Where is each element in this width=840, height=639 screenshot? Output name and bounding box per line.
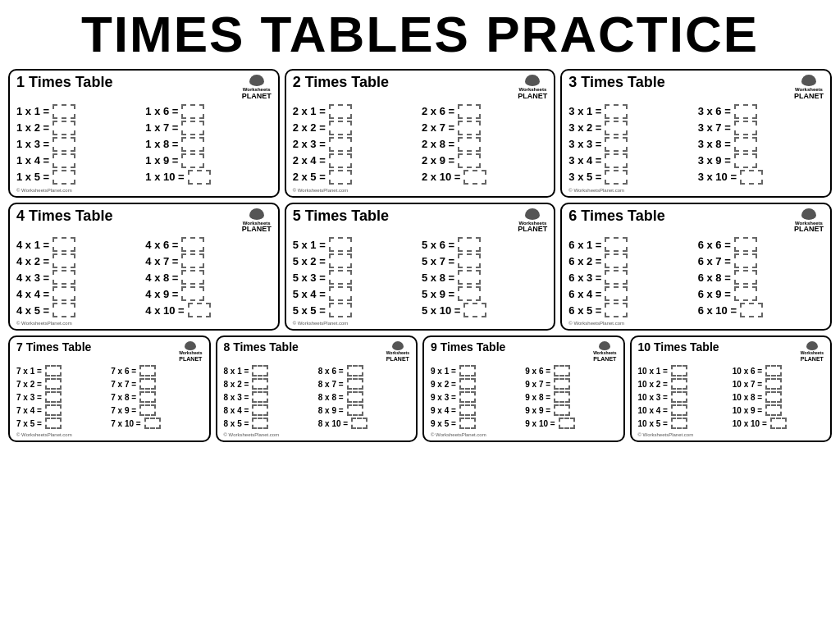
answer-box[interactable] [329, 153, 352, 168]
answer-box[interactable] [181, 286, 204, 301]
answer-box[interactable] [605, 104, 628, 119]
answer-box[interactable] [458, 237, 481, 252]
answer-box[interactable] [52, 153, 75, 168]
answer-box[interactable] [45, 404, 62, 416]
answer-box[interactable] [252, 418, 268, 429]
answer-box[interactable] [765, 378, 782, 390]
answer-box[interactable] [188, 303, 211, 317]
answer-box[interactable] [559, 418, 575, 429]
answer-box[interactable] [347, 404, 363, 416]
answer-box[interactable] [52, 170, 75, 185]
answer-box[interactable] [181, 121, 204, 135]
answer-box[interactable] [459, 404, 476, 416]
answer-box[interactable] [605, 303, 628, 317]
answer-box[interactable] [458, 137, 481, 152]
answer-box[interactable] [188, 170, 211, 185]
answer-box[interactable] [52, 121, 75, 135]
answer-box[interactable] [329, 170, 352, 185]
answer-box[interactable] [770, 418, 787, 429]
answer-box[interactable] [605, 153, 628, 168]
answer-box[interactable] [734, 104, 757, 119]
answer-box[interactable] [181, 253, 204, 268]
answer-box[interactable] [181, 137, 204, 152]
answer-box[interactable] [605, 253, 628, 268]
answer-box[interactable] [329, 104, 352, 119]
answer-box[interactable] [52, 270, 75, 285]
answer-box[interactable] [329, 270, 352, 285]
answer-box[interactable] [45, 378, 62, 390]
answer-box[interactable] [671, 378, 687, 390]
answer-box[interactable] [734, 153, 757, 168]
answer-box[interactable] [734, 286, 757, 301]
answer-box[interactable] [139, 365, 156, 377]
answer-box[interactable] [139, 404, 156, 416]
answer-box[interactable] [458, 270, 481, 285]
answer-box[interactable] [605, 237, 628, 252]
answer-box[interactable] [329, 237, 352, 252]
answer-box[interactable] [459, 418, 476, 429]
answer-box[interactable] [740, 170, 763, 185]
answer-box[interactable] [181, 153, 204, 168]
answer-box[interactable] [347, 378, 363, 390]
answer-box[interactable] [734, 137, 757, 152]
answer-box[interactable] [765, 365, 782, 377]
answer-box[interactable] [554, 378, 570, 390]
answer-box[interactable] [458, 121, 481, 135]
answer-box[interactable] [605, 286, 628, 301]
answer-box[interactable] [144, 418, 161, 429]
answer-box[interactable] [252, 378, 268, 390]
answer-box[interactable] [459, 391, 476, 403]
answer-box[interactable] [181, 237, 204, 252]
answer-box[interactable] [554, 404, 570, 416]
answer-box[interactable] [605, 121, 628, 135]
answer-box[interactable] [458, 104, 481, 119]
answer-box[interactable] [605, 137, 628, 152]
answer-box[interactable] [52, 137, 75, 152]
answer-box[interactable] [458, 286, 481, 301]
answer-box[interactable] [252, 391, 268, 403]
answer-box[interactable] [458, 153, 481, 168]
answer-box[interactable] [329, 121, 352, 135]
answer-box[interactable] [52, 253, 75, 268]
answer-box[interactable] [554, 391, 570, 403]
answer-box[interactable] [329, 303, 352, 317]
answer-box[interactable] [671, 404, 687, 416]
answer-box[interactable] [734, 121, 757, 135]
answer-box[interactable] [181, 270, 204, 285]
answer-box[interactable] [734, 270, 757, 285]
answer-box[interactable] [554, 365, 570, 377]
answer-box[interactable] [351, 418, 368, 429]
answer-box[interactable] [740, 303, 763, 317]
answer-box[interactable] [45, 365, 62, 377]
answer-box[interactable] [329, 137, 352, 152]
answer-box[interactable] [181, 104, 204, 119]
answer-box[interactable] [458, 253, 481, 268]
answer-box[interactable] [765, 391, 782, 403]
answer-box[interactable] [765, 404, 782, 416]
answer-box[interactable] [45, 418, 62, 429]
answer-box[interactable] [463, 303, 486, 317]
answer-box[interactable] [605, 270, 628, 285]
answer-box[interactable] [347, 391, 363, 403]
answer-box[interactable] [671, 391, 687, 403]
answer-box[interactable] [252, 404, 268, 416]
answer-box[interactable] [329, 253, 352, 268]
answer-box[interactable] [252, 365, 268, 377]
answer-box[interactable] [605, 170, 628, 185]
answer-box[interactable] [734, 253, 757, 268]
answer-box[interactable] [459, 365, 476, 377]
answer-box[interactable] [139, 391, 156, 403]
answer-box[interactable] [329, 286, 352, 301]
answer-box[interactable] [52, 286, 75, 301]
answer-box[interactable] [671, 365, 687, 377]
answer-box[interactable] [52, 104, 75, 119]
answer-box[interactable] [45, 391, 62, 403]
answer-box[interactable] [734, 237, 757, 252]
answer-box[interactable] [347, 365, 363, 377]
answer-box[interactable] [671, 418, 687, 429]
answer-box[interactable] [52, 303, 75, 317]
answer-box[interactable] [463, 170, 486, 185]
answer-box[interactable] [459, 378, 476, 390]
answer-box[interactable] [139, 378, 156, 390]
answer-box[interactable] [52, 237, 75, 252]
